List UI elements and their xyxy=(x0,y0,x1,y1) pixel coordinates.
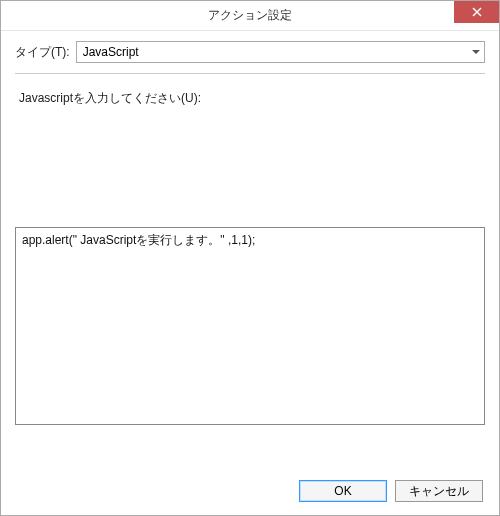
chevron-down-icon xyxy=(472,50,480,54)
dialog-footer: OK キャンセル xyxy=(1,467,499,515)
ok-button[interactable]: OK xyxy=(299,480,387,502)
close-icon xyxy=(472,7,482,17)
type-row: タイプ(T): JavaScript xyxy=(15,41,485,63)
type-select[interactable]: JavaScript xyxy=(76,41,485,63)
titlebar: アクション設定 xyxy=(1,1,499,31)
separator xyxy=(15,73,485,74)
dialog-window: アクション設定 タイプ(T): JavaScript Javascriptを入力… xyxy=(0,0,500,516)
javascript-input[interactable] xyxy=(15,227,485,425)
prompt-label: Javascriptを入力してください(U): xyxy=(19,90,481,107)
dialog-title: アクション設定 xyxy=(1,7,499,24)
type-label: タイプ(T): xyxy=(15,44,70,61)
spacer xyxy=(15,107,485,227)
cancel-button[interactable]: キャンセル xyxy=(395,480,483,502)
type-select-value: JavaScript xyxy=(83,45,139,59)
close-button[interactable] xyxy=(454,1,499,23)
dialog-content: タイプ(T): JavaScript Javascriptを入力してください(U… xyxy=(1,31,499,467)
